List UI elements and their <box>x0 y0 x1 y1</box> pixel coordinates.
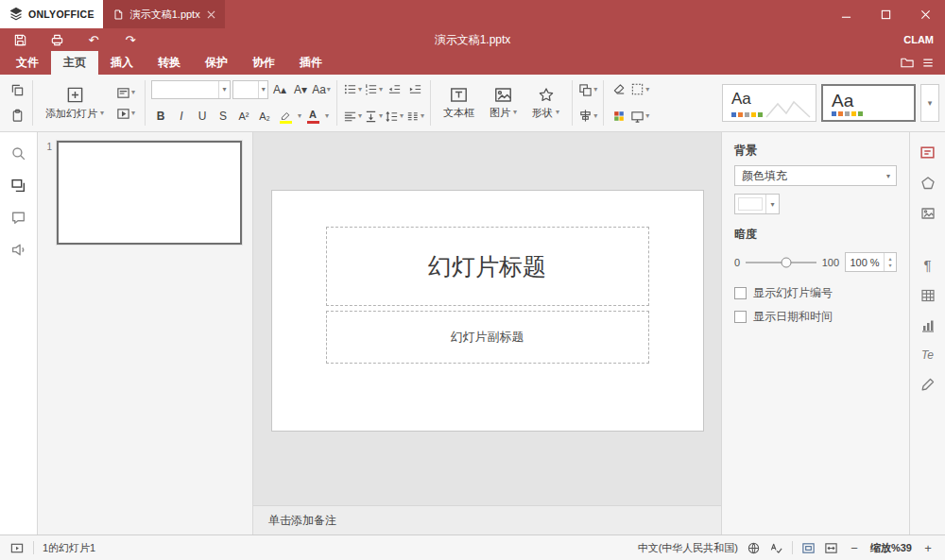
align-shape-button[interactable]: ▾ <box>578 106 597 127</box>
color-scheme-button[interactable] <box>610 106 628 127</box>
spellcheck-button[interactable] <box>769 541 783 555</box>
slide-settings-button[interactable] <box>919 144 936 161</box>
font-size-input[interactable] <box>233 84 258 95</box>
spinner-arrows[interactable]: ▴ ▾ <box>884 253 896 271</box>
theme-option-1[interactable]: Aa <box>722 84 816 122</box>
tab-protection[interactable]: 保护 <box>193 51 240 75</box>
insert-image-button[interactable]: 图片▾ <box>483 85 524 122</box>
tab-insert[interactable]: 插入 <box>98 51 146 75</box>
maximize-button[interactable] <box>866 0 905 28</box>
subscript-button[interactable]: A₂ <box>255 107 274 126</box>
italic-button[interactable]: I <box>172 107 191 126</box>
vertical-align-button[interactable]: ▾ <box>364 106 383 127</box>
font-name-input[interactable] <box>152 84 218 95</box>
bullets-button[interactable]: ▾ <box>343 79 362 100</box>
show-datetime-checkbox[interactable] <box>734 311 747 323</box>
background-color-picker[interactable]: ▾ <box>734 194 780 214</box>
horizontal-align-button[interactable]: ▾ <box>343 106 362 127</box>
add-slide-button[interactable]: 添加幻灯片▾ <box>39 84 111 123</box>
slider-knob[interactable] <box>782 257 792 267</box>
textart-settings-button[interactable]: Te <box>921 348 934 362</box>
shape-settings-button[interactable] <box>920 176 936 191</box>
insert-shape-button[interactable]: 形状▾ <box>525 85 566 122</box>
tab-plugins[interactable]: 插件 <box>287 51 335 75</box>
arrange-icon <box>578 83 593 97</box>
slide-thumbnail[interactable] <box>57 141 242 245</box>
title-placeholder[interactable]: 幻灯片标题 <box>326 227 649 306</box>
set-language-button[interactable] <box>747 541 761 555</box>
underline-button[interactable]: U <box>193 107 212 126</box>
show-slide-number-row[interactable]: 显示幻灯片编号 <box>734 285 897 301</box>
font-name-combo[interactable]: ▾ <box>151 80 231 99</box>
opacity-slider[interactable] <box>746 262 816 263</box>
superscript-button[interactable]: A² <box>234 107 253 126</box>
tab-close-icon[interactable] <box>207 10 215 19</box>
fit-width-button[interactable] <box>824 541 838 555</box>
slide[interactable]: 幻灯片标题 幻灯片副标题 <box>272 191 703 431</box>
font-size-combo[interactable]: ▾ <box>232 80 268 99</box>
decrease-font-size-button[interactable]: A▾ <box>291 80 310 99</box>
zoom-in-button[interactable]: + <box>920 541 936 555</box>
subtitle-placeholder[interactable]: 幻灯片副标题 <box>326 311 649 364</box>
paste-button[interactable] <box>8 106 26 127</box>
signature-settings-button[interactable] <box>920 377 936 392</box>
minimize-button[interactable] <box>826 0 866 28</box>
view-settings-button[interactable] <box>920 56 936 70</box>
save-button[interactable] <box>11 31 28 48</box>
decrease-indent-button[interactable] <box>385 79 404 100</box>
change-case-button[interactable]: Aa▾ <box>312 80 331 99</box>
feedback-button[interactable] <box>10 242 26 258</box>
tab-file[interactable]: 文件 <box>4 51 51 75</box>
open-file-location-button[interactable] <box>900 56 915 70</box>
zoom-out-button[interactable]: − <box>847 541 862 555</box>
preview-slideshow-button[interactable]: ▾ <box>116 103 135 124</box>
slide-size-button[interactable]: ▾ <box>630 106 649 127</box>
change-layout-button[interactable]: ▾ <box>116 82 135 103</box>
paragraph-row-bottom: ▾ ▾ ▾ ▾ <box>343 104 424 128</box>
slide-canvas[interactable]: 幻灯片标题 幻灯片副标题 <box>253 132 721 505</box>
increase-font-size-button[interactable]: A▴ <box>270 80 289 99</box>
insert-columns-button[interactable]: ▾ <box>405 106 424 127</box>
clear-style-button[interactable] <box>610 79 628 100</box>
font-color-button[interactable]: A <box>303 106 322 127</box>
redo-button[interactable]: ↷ <box>122 31 139 48</box>
notes-area[interactable]: 单击添加备注 <box>253 505 721 535</box>
strikethrough-button[interactable]: S <box>214 107 232 126</box>
tab-collaboration[interactable]: 协作 <box>240 51 287 75</box>
print-button[interactable] <box>48 31 65 48</box>
arrange-shape-button[interactable]: ▾ <box>578 79 597 100</box>
undo-button[interactable]: ↶ <box>85 31 102 48</box>
start-slideshow-button[interactable] <box>9 541 25 555</box>
increase-indent-button[interactable] <box>405 79 424 100</box>
select-all-button[interactable]: ▾ <box>630 79 649 100</box>
fit-slide-button[interactable] <box>801 541 816 555</box>
tab-home[interactable]: 主页 <box>51 51 98 75</box>
show-slide-number-checkbox[interactable] <box>734 287 747 299</box>
line-spacing-button[interactable]: ▾ <box>385 106 404 127</box>
table-settings-button[interactable] <box>920 288 936 303</box>
show-datetime-row[interactable]: 显示日期和时间 <box>734 309 897 325</box>
insert-textbox-button[interactable]: 文本框 <box>437 85 481 122</box>
theme-gallery-expand-button[interactable]: ▾ <box>920 84 939 122</box>
language-button[interactable]: 中文(中华人民共和国) <box>638 541 738 555</box>
theme-option-2-selected[interactable]: Aa <box>821 84 916 122</box>
close-button[interactable] <box>905 0 945 28</box>
opacity-value: 100 % <box>846 257 884 268</box>
bold-button[interactable]: B <box>151 107 170 126</box>
image-settings-button[interactable] <box>920 206 936 221</box>
paragraph-settings-button[interactable]: ¶ <box>923 257 931 273</box>
copy-button[interactable] <box>8 79 26 100</box>
slides-panel-button[interactable] <box>10 178 26 194</box>
comments-button[interactable] <box>10 210 26 226</box>
numbering-button[interactable]: ▾ <box>364 79 383 100</box>
fill-type-select[interactable]: 颜色填充 ▾ <box>734 165 897 186</box>
spinner-up-icon[interactable]: ▴ <box>888 256 891 263</box>
chart-settings-button[interactable] <box>920 318 936 333</box>
document-tab[interactable]: 演示文稿1.pptx <box>103 0 225 28</box>
highlight-color-button[interactable] <box>276 106 295 127</box>
user-name[interactable]: CLAM <box>903 34 934 45</box>
opacity-spinner[interactable]: 100 % ▴ ▾ <box>845 252 897 272</box>
spinner-down-icon[interactable]: ▾ <box>888 263 891 269</box>
tab-transitions[interactable]: 转换 <box>146 51 193 75</box>
search-button[interactable] <box>10 145 26 161</box>
